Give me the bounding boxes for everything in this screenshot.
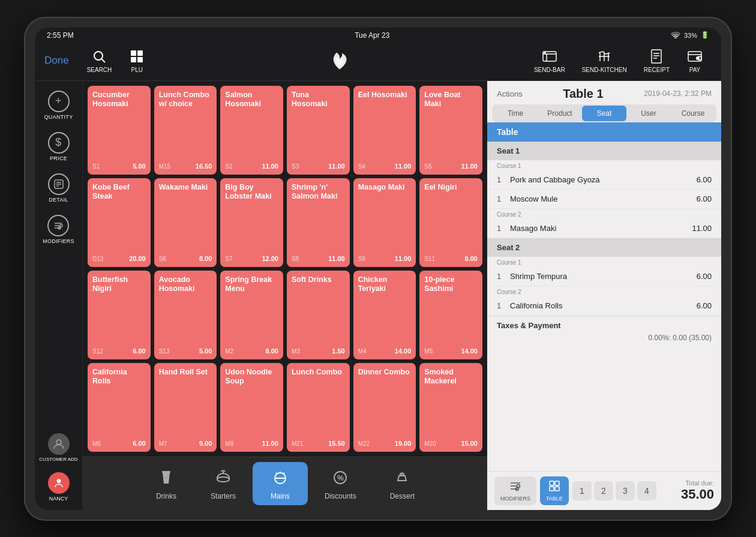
plu-button[interactable]: PLU xyxy=(120,46,154,76)
product-card[interactable]: Shrimp 'n' Salmon Maki S8 11.00 xyxy=(287,178,350,267)
product-card[interactable]: Love Boat Maki S5 11.00 xyxy=(419,86,482,175)
product-card[interactable]: Smoked Mackerel M20 15.00 xyxy=(419,363,482,452)
svg-line-1 xyxy=(102,59,106,62)
order-qty: 1 xyxy=(497,301,505,310)
product-name: Big Boy Lobster Maki xyxy=(225,183,278,202)
send-kitchen-button[interactable]: SEND-KITCHEN xyxy=(574,46,635,76)
product-card[interactable]: Big Boy Lobster Maki S7 12.00 xyxy=(220,178,283,267)
tab-user[interactable]: User xyxy=(626,106,671,121)
tab-seat[interactable]: Seat xyxy=(582,106,626,121)
svg-rect-29 xyxy=(550,487,554,491)
product-card[interactable]: Chicken Teriyaki M4 14.00 xyxy=(353,271,416,359)
done-button[interactable]: Done xyxy=(44,55,69,67)
product-name: Udon Noodle Soup xyxy=(225,368,278,386)
product-price: 14.00 xyxy=(395,347,412,355)
send-bar-button[interactable]: SEND-BAR xyxy=(526,46,574,76)
order-item[interactable]: 1 Moscow Mule 6.00 xyxy=(487,190,721,209)
category-tab-drinks[interactable]: Drinks xyxy=(139,462,194,505)
category-icon xyxy=(391,467,413,488)
product-card[interactable]: Lunch Combo w/ choice M15 16.50 xyxy=(154,86,217,175)
svg-text:%: % xyxy=(337,474,344,482)
product-card[interactable]: Salmon Hosomaki S2 11.00 xyxy=(220,86,283,175)
order-item[interactable]: 1 Shrimp Tempura 6.00 xyxy=(487,267,721,286)
modifiers-sidebar-button[interactable]: MODIFIERS xyxy=(40,210,77,249)
svg-rect-5 xyxy=(137,57,143,62)
pay-label: PAY xyxy=(689,67,701,73)
product-card[interactable]: Tuna Hosomaki S3 11.00 xyxy=(287,86,350,175)
tab-course[interactable]: Course xyxy=(671,106,715,121)
seat-num-4[interactable]: 4 xyxy=(637,481,656,500)
product-card[interactable]: Kobe Beef Steak D13 20.00 xyxy=(88,178,151,267)
category-icon xyxy=(212,467,234,488)
customer-add-button[interactable]: CUSTOMER ADD xyxy=(37,430,80,466)
seat-num-3[interactable]: 3 xyxy=(616,481,635,500)
nancy-button[interactable]: NANCY xyxy=(46,469,72,505)
product-price: 14.00 xyxy=(461,347,478,355)
order-item[interactable]: 1 California Rolls 6.00 xyxy=(487,296,721,316)
product-price: 6.00 xyxy=(133,440,145,447)
product-card[interactable]: 10-piece Sashimi M5 14.00 xyxy=(419,271,482,359)
category-tab-mains[interactable]: Mains xyxy=(253,462,308,505)
ipad-screen: 2:55 PM Tue Apr 23 33% 🔋 Done xyxy=(35,28,721,510)
product-card[interactable]: Wakame Maki S6 8.00 xyxy=(154,178,217,267)
tab-product[interactable]: Product xyxy=(538,106,582,121)
order-name: California Rolls xyxy=(510,301,562,310)
quantity-button[interactable]: + QUANTITY xyxy=(42,86,76,125)
top-nav: Done SEARCH xyxy=(35,43,721,81)
category-tab-starters[interactable]: Starters xyxy=(194,462,253,505)
pay-button[interactable]: PAY xyxy=(678,46,712,76)
product-card[interactable]: Udon Noodle Soup M8 11.00 xyxy=(220,363,283,452)
product-sku: M8 xyxy=(225,440,233,447)
svg-rect-19 xyxy=(162,471,170,473)
product-price: 11.00 xyxy=(262,163,278,170)
order-item[interactable]: 1 Masago Maki 11.00 xyxy=(487,219,721,238)
send-bar-label: SEND-BAR xyxy=(534,67,565,73)
detail-button[interactable]: DETAIL xyxy=(46,169,72,208)
product-name: Spring Break Menu xyxy=(225,275,278,294)
product-name: Salmon Hosomaki xyxy=(225,91,278,109)
search-label: SEARCH xyxy=(87,67,112,73)
category-tab-discounts[interactable]: % Discounts xyxy=(308,462,373,505)
quantity-icon: + xyxy=(48,91,70,112)
product-card[interactable]: Spring Break Menu M2 8.00 xyxy=(220,271,283,359)
receipt-button[interactable]: RECEIPT xyxy=(635,46,678,76)
bottom-btn-table[interactable]: TABLE xyxy=(540,476,569,505)
detail-label: DETAIL xyxy=(49,197,68,203)
product-card[interactable]: Cucumber Hosomaki S1 5.00 xyxy=(88,86,151,175)
product-card[interactable]: Hand Roll Set M7 9.00 xyxy=(154,363,217,452)
product-card[interactable]: Masago Maki S9 11.00 xyxy=(353,178,416,267)
product-card[interactable]: Dinner Combo M22 19.00 xyxy=(353,363,416,452)
table-time: 2019-04-23, 2:32 PM xyxy=(644,89,712,98)
category-tab-dessert[interactable]: Dessert xyxy=(373,462,431,505)
product-name: Shrimp 'n' Salmon Maki xyxy=(292,183,345,202)
product-price: 11.00 xyxy=(328,163,345,170)
status-date: Tue Apr 23 xyxy=(355,31,389,40)
bottom-btn-modifiers[interactable]: MODIFIERS xyxy=(494,476,536,505)
product-card[interactable]: Eel Nigiri S11 8.00 xyxy=(419,178,482,267)
product-card[interactable]: Soft Drinks M3 1.50 xyxy=(287,271,350,359)
seat-header: Seat 2 xyxy=(487,238,721,257)
product-card[interactable]: Eel Hosomaki S4 11.00 xyxy=(353,86,416,175)
product-card[interactable]: California Rolls M6 6.00 xyxy=(88,363,151,452)
order-item[interactable]: 1 Pork and Cabbage Gyoza 6.00 xyxy=(487,170,721,190)
search-button[interactable]: SEARCH xyxy=(79,46,121,76)
order-body: Table Seat 1Course 1 1 Pork and Cabbage … xyxy=(487,122,721,471)
right-header: Actions Table 1 2019-04-23, 2:32 PM xyxy=(487,81,721,104)
seat-num-2[interactable]: 2 xyxy=(594,481,613,500)
product-card[interactable]: Lunch Combo M21 15.50 xyxy=(287,363,350,452)
svg-point-21 xyxy=(217,477,229,482)
product-sku: M2 xyxy=(225,348,233,355)
svg-point-25 xyxy=(517,484,520,487)
svg-rect-8 xyxy=(652,50,661,63)
tab-time[interactable]: Time xyxy=(493,106,538,121)
wifi-icon xyxy=(671,31,680,40)
product-price: 11.00 xyxy=(328,255,345,262)
product-card[interactable]: Avocado Hosomaki S13 5.00 xyxy=(154,271,217,359)
product-price: 15.50 xyxy=(328,440,345,447)
product-card[interactable]: Butterfish Nigiri S12 6.00 xyxy=(88,271,151,359)
svg-rect-30 xyxy=(555,487,559,491)
quantity-label: QUANTITY xyxy=(44,114,73,120)
product-area: Cucumber Hosomaki S1 5.00 Lunch Combo w/… xyxy=(83,81,487,510)
seat-num-1[interactable]: 1 xyxy=(572,481,592,500)
price-button[interactable]: $ PRICE xyxy=(46,127,72,166)
